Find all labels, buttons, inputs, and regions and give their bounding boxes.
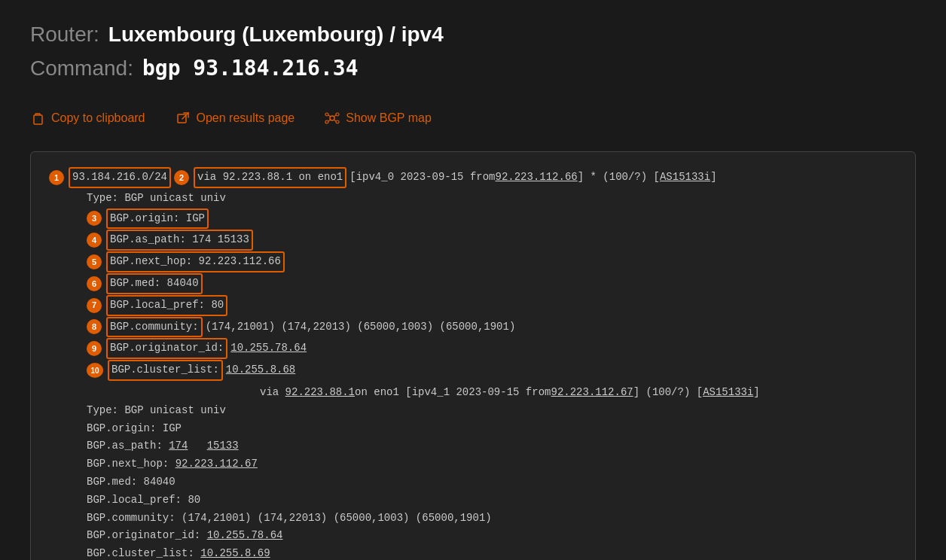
after-from-1: ] * (100/?) [ bbox=[578, 169, 660, 187]
badge-3: 3 bbox=[87, 211, 102, 226]
badge-6: 6 bbox=[87, 276, 102, 291]
field-local-pref: 7 BGP.local_pref: 80 bbox=[87, 295, 897, 316]
originator-ip-1[interactable]: 10.255.78.64 bbox=[230, 339, 307, 358]
open-results-button[interactable]: Open results page bbox=[175, 111, 295, 126]
router-value: Luxembourg (Luxembourg) / ipv4 bbox=[108, 23, 444, 47]
from-ip-2[interactable]: 92.223.112.67 bbox=[551, 384, 633, 402]
copy-to-clipboard-button[interactable]: Copy to clipboard bbox=[30, 111, 145, 126]
bgp-fields-1: 3 BGP.origin: IGP 4 BGP.as_path: 174 151… bbox=[49, 208, 897, 381]
bgp-origin: BGP.origin: IGP bbox=[106, 208, 209, 230]
via-ip-2[interactable]: 92.223.88.1 bbox=[285, 384, 355, 402]
as-link-1[interactable]: AS15133i bbox=[660, 169, 710, 187]
after-as-2: ] bbox=[753, 384, 759, 402]
results-box: 1 93.184.216.0/24 2 via 92.223.88.1 on e… bbox=[30, 151, 916, 560]
badge-9: 9 bbox=[87, 341, 102, 356]
svg-point-6 bbox=[336, 120, 339, 123]
cluster-line-2: BGP.cluster_list: 10.255.8.69 bbox=[87, 545, 897, 560]
bgp-next-hop: BGP.next_hop: 92.223.112.66 bbox=[106, 251, 285, 272]
bgp-med: BGP.med: 84040 bbox=[106, 273, 203, 294]
cluster-ip-2[interactable]: 10.255.8.69 bbox=[200, 547, 270, 559]
after-via: [ipv4_0 2023-09-15 from bbox=[349, 169, 495, 187]
via-rest-2: on eno1 [ipv4_1 2023-09-15 from bbox=[355, 384, 551, 402]
entry2-details: Type: BGP unicast univ BGP.origin: IGP B… bbox=[49, 402, 897, 560]
badge-10: 10 bbox=[87, 363, 103, 378]
field-originator-id: 9 BGP.originator_id: 10.255.78.64 bbox=[87, 338, 897, 359]
prefix-highlighted: 93.184.216.0/24 bbox=[69, 167, 171, 188]
bgp-originator-label: BGP.originator_id: bbox=[106, 338, 227, 359]
community-line-2: BGP.community: (174,21001) (174,22013) (… bbox=[87, 510, 897, 528]
field-as-path: 4 BGP.as_path: 174 15133 bbox=[87, 230, 897, 251]
badge-8: 8 bbox=[87, 319, 102, 334]
router-label: Router: bbox=[30, 23, 99, 47]
field-next-hop: 5 BGP.next_hop: 92.223.112.66 bbox=[87, 251, 897, 272]
badge-4: 4 bbox=[87, 233, 102, 248]
clipboard-icon bbox=[30, 111, 45, 126]
next-hop-line-2: BGP.next_hop: 92.223.112.67 bbox=[87, 455, 897, 473]
field-community: 8 BGP.community: (174,21001) (174,22013)… bbox=[87, 317, 897, 338]
command-value: bgp 93.184.216.34 bbox=[142, 56, 359, 81]
origin-line-2: BGP.origin: IGP bbox=[87, 420, 897, 438]
bgp-as-path: BGP.as_path: 174 15133 bbox=[106, 230, 253, 251]
via-highlighted: via 92.223.88.1 on eno1 bbox=[194, 167, 346, 188]
after-as-1: ] bbox=[710, 169, 716, 187]
as-link-2[interactable]: AS15133i bbox=[703, 384, 753, 402]
type-line-1: Type: BGP unicast univ bbox=[49, 190, 897, 208]
svg-point-5 bbox=[325, 120, 328, 123]
command-line: Command: bgp 93.184.216.34 bbox=[30, 56, 916, 81]
as-path-line-2: BGP.as_path: 174 15133 bbox=[87, 437, 897, 455]
bgp-cluster-label: BGP.cluster_list: bbox=[108, 360, 223, 381]
type-line-2: Type: BGP unicast univ bbox=[87, 402, 897, 420]
entry1-line1: 1 93.184.216.0/24 2 via 92.223.88.1 on e… bbox=[49, 167, 897, 188]
svg-point-3 bbox=[325, 113, 328, 116]
bgp-local-pref: BGP.local_pref: 80 bbox=[106, 295, 227, 316]
badge-2: 2 bbox=[174, 170, 189, 185]
field-origin: 3 BGP.origin: IGP bbox=[87, 208, 897, 230]
as-174-link[interactable]: 174 bbox=[169, 440, 188, 452]
med-line-2: BGP.med: 84040 bbox=[87, 473, 897, 492]
via-text-2: via bbox=[260, 384, 285, 402]
bgp-label: Show BGP map bbox=[346, 111, 432, 125]
header-section: Router: Luxembourg (Luxembourg) / ipv4 C… bbox=[30, 23, 916, 81]
bgp-community-label: BGP.community: bbox=[106, 317, 203, 338]
entry2-line1: via 92.223.88.1 on eno1 [ipv4_1 2023-09-… bbox=[49, 384, 897, 402]
bgp-community-rest: (174,21001) (174,22013) (65000,1003) (65… bbox=[206, 318, 516, 336]
page-container: Router: Luxembourg (Luxembourg) / ipv4 C… bbox=[0, 0, 946, 560]
badge-1: 1 bbox=[49, 170, 64, 185]
originator-line-2: BGP.originator_id: 10.255.78.64 bbox=[87, 527, 897, 545]
from-ip-1[interactable]: 92.223.112.66 bbox=[496, 169, 578, 187]
command-label: Command: bbox=[30, 56, 133, 81]
field-cluster-list: 10 BGP.cluster_list: 10.255.8.68 bbox=[87, 360, 897, 381]
toolbar: Copy to clipboard Open results page bbox=[30, 103, 916, 133]
field-med: 6 BGP.med: 84040 bbox=[87, 273, 897, 294]
external-link-icon bbox=[175, 111, 191, 126]
cluster-ip-1[interactable]: 10.255.8.68 bbox=[226, 361, 295, 379]
type-text-1: Type: BGP unicast univ bbox=[87, 192, 226, 204]
as-15133-link[interactable]: 15133 bbox=[207, 440, 239, 452]
svg-point-4 bbox=[336, 113, 339, 116]
after-from-2: ] (100/?) [ bbox=[633, 384, 703, 402]
badge-7: 7 bbox=[87, 298, 102, 313]
show-bgp-map-button[interactable]: Show BGP map bbox=[325, 111, 432, 126]
svg-rect-0 bbox=[34, 115, 42, 124]
next-hop-ip-2[interactable]: 92.223.112.67 bbox=[175, 458, 258, 470]
router-line: Router: Luxembourg (Luxembourg) / ipv4 bbox=[30, 23, 916, 47]
local-pref-line-2: BGP.local_pref: 80 bbox=[87, 492, 897, 510]
copy-label: Copy to clipboard bbox=[51, 111, 145, 125]
originator-ip-2[interactable]: 10.255.78.64 bbox=[207, 529, 283, 541]
bgp-map-icon bbox=[325, 111, 340, 126]
open-label: Open results page bbox=[197, 111, 295, 125]
badge-5: 5 bbox=[87, 254, 102, 269]
